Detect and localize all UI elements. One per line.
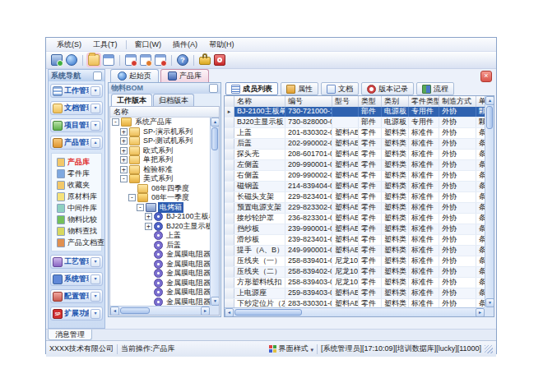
doc-tab-2[interactable]: 产品库 <box>160 69 209 82</box>
column-header[interactable]: 制造方式 <box>439 96 476 107</box>
doc-tab-1[interactable]: 起始页 <box>110 69 159 82</box>
sidebar-group-7[interactable]: 配置管理 <box>50 289 103 303</box>
chevron-up-icon[interactable] <box>90 138 100 148</box>
chevron-down-icon[interactable] <box>90 257 100 267</box>
table-row[interactable]: 右侧盖209-990002-01E塑料ABS零件塑料类标准件外协条 <box>225 171 485 182</box>
tree-node-13[interactable]: 上盖 <box>110 231 210 241</box>
tab-2[interactable]: 属性 <box>281 82 318 95</box>
ui-style-selector[interactable]: 界面样式 <box>269 344 314 354</box>
table-row[interactable]: 上盖201-830302-00E塑料ABS零件塑料类标准件外协条 <box>225 128 485 139</box>
sidebar-item-8[interactable]: 产品文档查找 <box>52 237 101 248</box>
expand-icon[interactable] <box>120 147 128 154</box>
table-row[interactable]: 滑纱板239-823401-00E塑料ABS零件塑料类标准件外协条 <box>225 235 485 246</box>
resize-grip[interactable] <box>485 345 493 353</box>
tree-vertical-scrollbar[interactable] <box>210 118 219 306</box>
sidebar-group-2[interactable]: 文档管理 <box>50 101 103 115</box>
table-row[interactable]: 后盖202-990002-01E塑料ABS零件塑料类标准件外协条 <box>225 139 485 150</box>
scroll-down-icon[interactable] <box>485 298 494 307</box>
chevron-down-icon[interactable] <box>90 309 100 319</box>
table-row[interactable]: 磁钢盖214-839404-01E塑料ABS零件塑料类标准件外协条 <box>225 182 485 192</box>
scroll-right-icon[interactable] <box>201 307 210 316</box>
chevron-down-icon[interactable] <box>90 86 100 96</box>
lock-icon[interactable] <box>199 57 211 65</box>
help-icon[interactable] <box>177 54 188 66</box>
column-header[interactable]: 零件类型 <box>409 96 439 107</box>
tree-node-12[interactable]: BJ20主显示板 <box>110 222 210 232</box>
scroll-thumb[interactable] <box>486 106 493 129</box>
tree-node-20[interactable]: 金属膜电阻器 <box>110 297 210 307</box>
column-header[interactable]: 型号 <box>332 96 359 107</box>
sidebar-group-4[interactable]: 产品管理 <box>50 136 103 150</box>
table-row[interactable]: 长磁头支架229-823401-00E塑料ABS零件塑料类标准件外协条 <box>225 192 485 203</box>
folder-open-icon[interactable] <box>88 54 100 66</box>
column-header[interactable]: 类别 <box>382 96 409 107</box>
sidebar-item-2[interactable]: 零件库 <box>52 168 101 179</box>
tab-version-2[interactable]: 归档版本 <box>153 94 194 106</box>
close-icon[interactable] <box>480 71 492 82</box>
table-row[interactable]: 压线夹（一）258-839401-00E尼龙1010零件塑料类标准件外协条 <box>225 256 485 267</box>
table-row[interactable]: BJ-2100主板单点730-721000-12E部件电源板专用件外协颗 <box>225 107 485 118</box>
expand-icon[interactable] <box>145 213 152 220</box>
expand-icon[interactable] <box>145 223 152 230</box>
sidebar-item-4[interactable]: 原材料库 <box>52 191 101 202</box>
sidebar-group-1[interactable]: 工作管理 <box>50 84 103 98</box>
table-row[interactable]: 下纱定位片（左）283-830301-00E塑料ABS零件塑料类标准件外协条 <box>225 299 485 307</box>
scroll-right-icon[interactable] <box>476 308 485 317</box>
collapse-icon[interactable] <box>120 175 128 182</box>
chevron-down-icon[interactable] <box>90 121 100 131</box>
tab-version-1[interactable]: 工作版本 <box>111 94 152 106</box>
scroll-up-icon[interactable] <box>211 118 220 127</box>
expand-icon[interactable] <box>120 166 128 173</box>
expand-icon[interactable] <box>120 128 128 136</box>
globe-icon[interactable] <box>66 54 77 66</box>
sidebar-options-icon[interactable] <box>93 71 102 81</box>
sidebar-group-5[interactable]: 工艺管理 <box>50 255 103 269</box>
tab-4[interactable]: 版本记录 <box>361 82 414 95</box>
sidebar-group-3[interactable]: 项目管理 <box>50 118 103 132</box>
scroll-thumb[interactable] <box>234 309 302 316</box>
scroll-left-icon[interactable] <box>225 308 234 317</box>
menu-item-3[interactable]: 窗口(W) <box>129 39 168 51</box>
table-row[interactable]: 左侧盖209-990001-01E塑料ABS零件塑料类标准件外协条 <box>225 160 485 171</box>
sidebar-item-5[interactable]: 中间件库 <box>52 202 101 214</box>
expand-icon[interactable] <box>120 156 128 164</box>
table-row[interactable]: 挡纱板239-990001-01E塑料ABS零件塑料类标准件外协条 <box>225 224 485 235</box>
power-icon[interactable] <box>214 54 225 66</box>
sidebar-group-6[interactable]: 系统管理 <box>50 272 103 286</box>
menu-item-4[interactable]: 插件(A) <box>167 39 203 51</box>
layout-icon[interactable] <box>103 54 114 66</box>
tab-5[interactable]: 流程 <box>416 82 454 95</box>
switch-window-icon[interactable] <box>140 54 151 66</box>
new-window-icon[interactable] <box>125 54 137 66</box>
collapse-icon[interactable] <box>137 204 144 211</box>
table-row[interactable]: 方形塑料线扣258-839403-00E尼龙1010零件塑料类标准件外协条 <box>225 278 485 288</box>
pin-icon[interactable] <box>209 84 218 93</box>
table-vertical-scrollbar[interactable] <box>485 96 494 307</box>
scroll-thumb[interactable] <box>211 127 218 150</box>
tree-horizontal-scrollbar[interactable] <box>110 306 210 315</box>
table-row[interactable]: 探头壳208-601701-01E塑料ABS零件塑料类标准件外协条 <box>225 150 485 160</box>
collapse-icon[interactable] <box>112 118 119 126</box>
table-row[interactable]: BJ20主显示板730-828000-04E部件电源板专用件外协颗 <box>225 118 485 128</box>
sidebar-item-1[interactable]: 产品库 <box>52 156 101 168</box>
table-row[interactable]: 接纱轮护罩236-823301-00E塑料ABS零件塑料类标准件外协条 <box>225 214 485 224</box>
column-header[interactable]: 名称 <box>234 96 285 107</box>
scroll-up-icon[interactable] <box>485 96 494 105</box>
menu-item-1[interactable]: 系统(S) <box>51 39 87 51</box>
chevron-down-icon[interactable] <box>90 104 100 113</box>
column-header[interactable]: 单位 <box>476 96 485 107</box>
chevron-down-icon[interactable] <box>90 292 100 302</box>
table-row[interactable]: 提手（A、B）249-990001-01E塑料ABS零件塑料类标准件外协条 <box>225 246 485 256</box>
monitor-icon[interactable] <box>51 54 63 66</box>
refresh-window-icon[interactable] <box>155 54 166 66</box>
table-row[interactable]: 压线夹（二）258-839402-00E尼龙1010零件塑料类标准件外协条 <box>225 267 485 278</box>
menu-item-2[interactable]: 工具(T) <box>87 39 123 51</box>
tab-1[interactable]: 成员列表 <box>225 82 278 95</box>
sidebar-item-3[interactable]: 收藏夹 <box>52 179 101 191</box>
tab-message-manager[interactable]: 消息管理 <box>48 330 92 340</box>
sidebar-item-7[interactable]: 物料查找 <box>52 225 101 237</box>
scroll-left-icon[interactable] <box>110 307 119 316</box>
scroll-down-icon[interactable] <box>211 297 220 306</box>
expand-icon[interactable] <box>120 137 128 145</box>
table-horizontal-scrollbar[interactable] <box>225 307 485 316</box>
